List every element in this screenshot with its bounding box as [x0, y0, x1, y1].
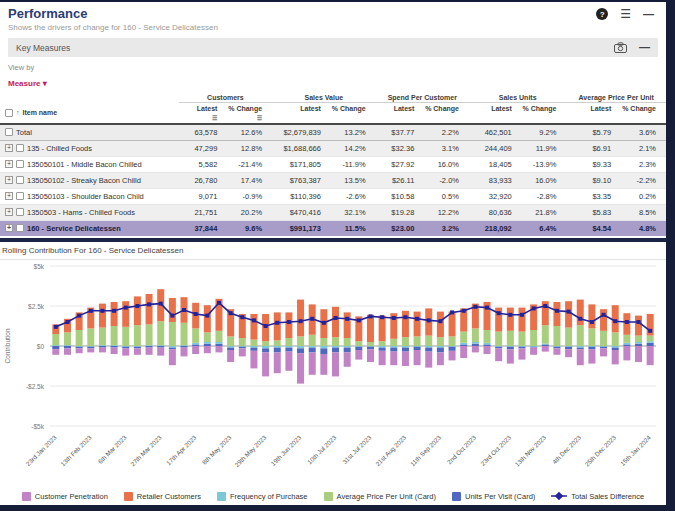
bar-segment: [227, 348, 234, 350]
bar-segment: [600, 331, 607, 346]
bar-segment: [495, 347, 502, 349]
table-row[interactable]: +135050101 - Middle Bacon Chilled5,582-2…: [0, 156, 666, 172]
bar-segment: [588, 349, 595, 363]
line-marker: [147, 302, 151, 306]
line-marker: [229, 311, 233, 315]
collapse-section-icon[interactable]: —: [639, 42, 650, 53]
bar-segment: [542, 346, 549, 352]
bar-segment: [425, 336, 432, 346]
metric-value: -0.9%: [227, 188, 272, 204]
table-row[interactable]: +135 - Chilled Foods47,29912.8%$1,688,66…: [0, 140, 666, 156]
bar-segment: [134, 346, 141, 347]
bar-segment: [320, 348, 327, 354]
bar-segment: [52, 346, 59, 349]
bar-segment: [250, 314, 257, 340]
metric-value: 2.2%: [424, 124, 469, 140]
item-name-header[interactable]: ↑ Item name: [0, 103, 179, 125]
expand-row-icon[interactable]: +: [5, 160, 13, 168]
expand-row-icon[interactable]: +: [5, 224, 13, 232]
line-marker: [124, 306, 128, 310]
bar-segment: [460, 343, 467, 345]
svg-text:21st Aug 2023: 21st Aug 2023: [374, 433, 408, 467]
table-row[interactable]: Total63,57812.6%$2,679,83913.2%$37.772.2…: [0, 124, 666, 140]
bar-segment: [64, 348, 71, 354]
row-checkbox[interactable]: [5, 128, 13, 136]
expand-row-icon[interactable]: +: [5, 144, 13, 152]
table-row[interactable]: +135050103 - Shoulder Bacon Child9,071-0…: [0, 188, 666, 204]
bar-segment: [367, 347, 374, 349]
select-all-checkbox[interactable]: [5, 109, 13, 117]
row-checkbox[interactable]: [16, 208, 24, 216]
bar-segment: [553, 326, 560, 346]
bar-segment: [285, 338, 292, 346]
bar-segment: [402, 346, 409, 348]
hamburger-menu-icon[interactable]: ☰: [620, 8, 631, 20]
expand-row-icon[interactable]: +: [5, 192, 13, 200]
metric-value: 32.1%: [331, 204, 376, 220]
svg-text:15th Jan 2024: 15th Jan 2024: [619, 433, 653, 467]
bar-segment: [320, 354, 327, 375]
table-row[interactable]: +1350503 - Hams - Chilled Foods21,75120.…: [0, 204, 666, 220]
metric-value: 32,920: [469, 188, 522, 204]
row-checkbox[interactable]: [16, 224, 24, 232]
bar-segment: [449, 347, 456, 351]
table-row[interactable]: +135050102 - Streaky Bacon Chilld26,7801…: [0, 172, 666, 188]
bar-segment: [192, 328, 199, 342]
bar-segment: [227, 350, 234, 362]
minimize-panel-icon[interactable]: —: [643, 9, 654, 20]
item-name: 135 - Chilled Foods: [27, 144, 92, 153]
bar-segment: [588, 328, 595, 346]
bar-segment: [285, 346, 292, 348]
bar-segment: [647, 336, 654, 342]
legend-label: Units Per Visit (Card): [465, 492, 535, 501]
bar-segment: [449, 346, 456, 347]
expand-row-icon[interactable]: +: [5, 176, 13, 184]
row-checkbox[interactable]: [16, 144, 24, 152]
bar-segment: [309, 348, 316, 353]
bar-segment: [169, 346, 176, 348]
row-checkbox[interactable]: [16, 192, 24, 200]
metric-value: 12.8%: [227, 140, 272, 156]
filter-icon[interactable]: ☰: [227, 114, 262, 121]
metric-value: $763,387: [272, 172, 331, 188]
bar-segment: [437, 348, 444, 353]
help-icon[interactable]: ?: [596, 8, 608, 20]
metric-value: $6.91: [566, 140, 621, 156]
table-row[interactable]: +160 - Service Delicatessen37,8449.6%$99…: [0, 220, 666, 236]
bar-segment: [64, 345, 71, 346]
line-marker: [602, 313, 606, 317]
bar-segment: [99, 304, 106, 328]
line-marker: [613, 319, 617, 323]
bar-segment: [390, 339, 397, 346]
rolling-contribution-section: Rolling Contribution For 160 - Service D…: [0, 242, 666, 505]
bar-segment: [565, 301, 572, 327]
bar-segment: [553, 302, 560, 326]
row-checkbox[interactable]: [16, 176, 24, 184]
metric-value: 14.2%: [331, 140, 376, 156]
bar-segment: [367, 346, 374, 347]
measure-dropdown[interactable]: Measure ▾: [8, 79, 47, 88]
bar-segment: [157, 345, 164, 346]
line-marker: [567, 310, 571, 314]
line-marker: [89, 309, 93, 313]
filter-icon[interactable]: ☰: [179, 114, 218, 121]
svg-text:$5k: $5k: [34, 263, 45, 270]
column-group-spend-per-customer: Spend Per Customer: [376, 92, 469, 103]
metric-value: 9.2%: [522, 124, 567, 140]
column-group-avg-price-per-unit: Average Price Per Unit: [566, 92, 666, 103]
svg-text:$0: $0: [37, 343, 45, 350]
line-marker: [462, 309, 466, 313]
performance-panel: Performance Shows the drivers of change …: [0, 2, 666, 505]
bar-segment: [87, 348, 94, 352]
metric-value: -11.9%: [331, 156, 376, 172]
bar-segment: [379, 351, 386, 365]
bar-segment: [250, 348, 257, 351]
bar-segment: [449, 312, 456, 337]
line-marker: [252, 318, 256, 322]
legend-label: Frequency of Purchase: [230, 492, 308, 501]
bar-segment: [111, 348, 118, 354]
expand-row-icon[interactable]: +: [5, 208, 13, 216]
row-checkbox[interactable]: [16, 160, 24, 168]
bar-segment: [274, 346, 281, 348]
camera-icon[interactable]: [614, 42, 627, 53]
